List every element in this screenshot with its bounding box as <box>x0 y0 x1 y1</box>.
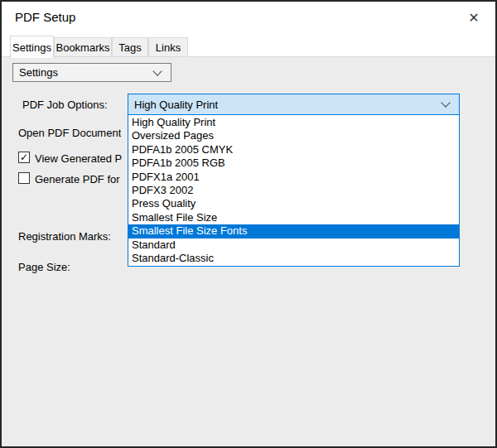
dropdown-item-selected[interactable]: Smallest File Size Fonts <box>128 224 459 238</box>
registration-marks-label: Registration Marks: <box>18 230 111 243</box>
tab-bookmarks-label: Bookmarks <box>55 41 109 54</box>
chevron-down-icon <box>152 66 162 75</box>
chevron-down-icon <box>441 98 450 107</box>
tab-tags[interactable]: Tags <box>112 37 148 57</box>
job-options-combobox[interactable]: High Quality Print <box>128 94 460 115</box>
tabstrip: Settings Bookmarks Tags Links <box>2 35 495 57</box>
window-title: PDF Setup <box>15 10 75 24</box>
pdf-setup-dialog: PDF Setup ✕ Settings Bookmarks Tags Link… <box>0 0 497 448</box>
tab-tags-label: Tags <box>118 41 141 54</box>
dropdown-item[interactable]: Smallest File Size <box>128 211 459 224</box>
dropdown-item[interactable]: Oversized Pages <box>128 129 459 142</box>
close-button[interactable]: ✕ <box>461 7 487 28</box>
dropdown-item[interactable]: High Quality Print <box>128 116 459 129</box>
dropdown-item[interactable]: PDFX3 2002 <box>128 184 459 197</box>
view-generated-checkbox[interactable]: ✓ <box>18 152 30 163</box>
checkmark-icon: ✓ <box>20 152 28 162</box>
dropdown-item[interactable]: PDFX1a 2001 <box>128 171 459 184</box>
job-options-value: High Quality Print <box>134 99 218 111</box>
tab-bookmarks[interactable]: Bookmarks <box>54 37 112 57</box>
dropdown-item[interactable]: Press Quality <box>128 197 459 210</box>
tab-links[interactable]: Links <box>148 37 188 57</box>
titlebar: PDF Setup ✕ <box>2 2 495 35</box>
open-pdf-label: Open PDF Document <box>18 127 121 139</box>
dropdown-item[interactable]: Standard-Classic <box>128 252 459 265</box>
close-icon: ✕ <box>468 10 479 26</box>
page-size-label: Page Size: <box>18 261 70 273</box>
settings-category-value: Settings <box>19 66 58 79</box>
dropdown-item[interactable]: PDFA1b 2005 RGB <box>128 157 459 170</box>
view-generated-label[interactable]: View Generated P <box>35 152 122 165</box>
job-options-label: PDF Job Options: <box>22 99 108 111</box>
dropdown-item[interactable]: PDFA1b 2005 CMYK <box>128 143 459 157</box>
settings-category-select[interactable]: Settings <box>12 63 171 82</box>
tab-links-label: Links <box>156 41 181 54</box>
generate-pdf-checkbox[interactable] <box>18 172 30 184</box>
dropdown-item[interactable]: Standard <box>128 238 459 252</box>
generate-pdf-label[interactable]: Generate PDF for <box>35 173 120 185</box>
job-options-dropdown-list: High Quality Print Oversized Pages PDFA1… <box>128 115 460 267</box>
tab-settings[interactable]: Settings <box>10 36 54 58</box>
tab-settings-label: Settings <box>12 41 51 54</box>
